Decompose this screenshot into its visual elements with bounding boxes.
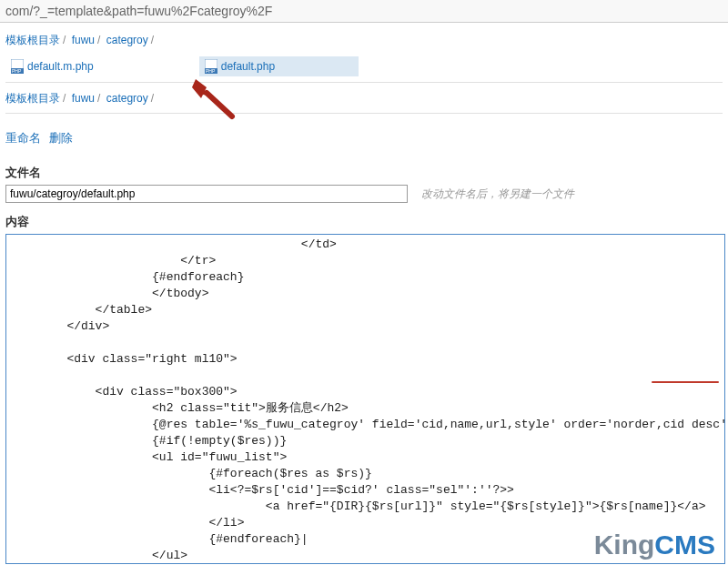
filename-row: 改动文件名后，将另建一个文件 — [5, 185, 723, 203]
rename-link[interactable]: 重命名 — [5, 131, 41, 145]
breadcrumb-fuwu[interactable]: fuwu — [72, 34, 95, 46]
svg-text:PHP: PHP — [12, 68, 22, 74]
breadcrumb-root[interactable]: 模板根目录 — [5, 92, 60, 105]
file-item[interactable]: PHP default.m.php — [5, 56, 99, 76]
content-label: 内容 — [5, 214, 723, 230]
breadcrumb-sep: / — [97, 92, 100, 105]
file-list: PHP default.m.php PHP default.php — [5, 53, 723, 80]
url-bar[interactable]: com/?_=template&path=fuwu%2Fcategroy%2F — [0, 0, 728, 23]
filename-section: 文件名 改动文件名后，将另建一个文件 — [5, 165, 723, 203]
php-file-icon: PHP — [205, 59, 217, 74]
file-link[interactable]: default.php — [221, 60, 275, 73]
breadcrumb-sep: / — [151, 92, 154, 105]
breadcrumb-sep: / — [151, 34, 154, 46]
file-item-selected[interactable]: PHP default.php — [199, 56, 359, 76]
breadcrumb-categroy[interactable]: categroy — [106, 34, 148, 46]
breadcrumb-sep: / — [63, 34, 66, 46]
php-file-icon: PHP — [11, 59, 24, 74]
breadcrumb: 模板根目录/ fuwu/ categroy/ — [5, 28, 723, 53]
code-editor[interactable]: </td> </tr> {#endforeach} </tbody> </tab… — [5, 234, 725, 564]
breadcrumb-categroy[interactable]: categroy — [106, 92, 148, 105]
content-section: 内容 </td> </tr> {#endforeach} </tbody> </… — [5, 214, 723, 564]
breadcrumb-sep: / — [63, 92, 66, 105]
divider — [5, 113, 723, 114]
svg-text:PHP: PHP — [206, 68, 216, 74]
delete-link[interactable]: 删除 — [49, 131, 73, 145]
breadcrumb-fuwu[interactable]: fuwu — [72, 92, 95, 105]
main-panel: 模板根目录/ fuwu/ categroy/ PHP default.m.php… — [0, 23, 728, 564]
file-link[interactable]: default.m.php — [27, 60, 94, 73]
divider — [5, 82, 723, 83]
filename-hint: 改动文件名后，将另建一个文件 — [421, 187, 574, 202]
filename-input[interactable] — [5, 185, 408, 203]
breadcrumb-sep: / — [97, 34, 100, 46]
breadcrumb-root[interactable]: 模板根目录 — [5, 34, 60, 46]
filename-label: 文件名 — [5, 165, 723, 181]
breadcrumb: 模板根目录/ fuwu/ categroy/ — [5, 86, 723, 111]
annotation-underline — [652, 381, 719, 383]
action-bar: 重命名 删除 — [5, 117, 723, 156]
